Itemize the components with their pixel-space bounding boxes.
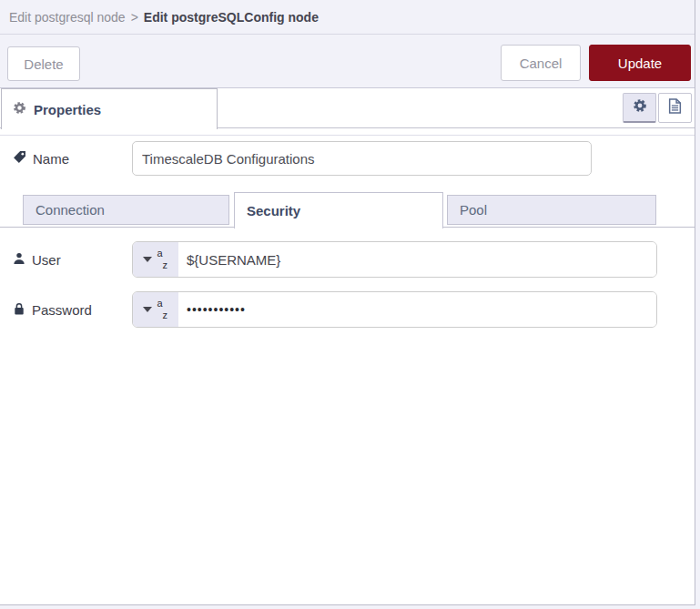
user-type-select-button[interactable]: a z <box>133 242 178 277</box>
cancel-button[interactable]: Cancel <box>501 45 581 81</box>
node-description-button[interactable] <box>658 93 692 123</box>
user-typed-input: a z <box>132 241 657 278</box>
chevron-down-icon <box>143 307 152 312</box>
tab-pool-label: Pool <box>460 202 487 218</box>
tab-properties[interactable]: Properties <box>1 88 218 129</box>
divider <box>0 135 695 136</box>
user-row: User a z <box>0 241 695 278</box>
document-icon <box>668 98 682 117</box>
tag-icon <box>13 150 26 167</box>
name-input[interactable] <box>132 141 592 176</box>
tab-security[interactable]: Security <box>234 192 443 228</box>
breadcrumb-separator: > <box>131 10 138 25</box>
gear-icon <box>633 98 647 117</box>
name-label: Name <box>13 141 69 176</box>
tab-properties-label: Properties <box>34 102 101 117</box>
gear-icon <box>13 101 26 118</box>
user-label-text: User <box>32 252 61 268</box>
password-row: Password a z <box>0 291 695 328</box>
breadcrumb-current: Edit postgreSQLConfig node <box>144 10 319 25</box>
password-typed-input: a z <box>132 291 657 328</box>
string-type-icon: a z <box>157 249 169 269</box>
name-row: Name <box>0 141 695 176</box>
node-settings-button[interactable] <box>623 93 656 123</box>
delete-button[interactable]: Delete <box>7 46 80 81</box>
edit-node-tray: Edit postgresql node > Edit postgreSQLCo… <box>0 0 695 605</box>
name-label-text: Name <box>33 151 69 167</box>
password-label: Password <box>13 291 92 328</box>
tab-pool[interactable]: Pool <box>447 195 656 225</box>
config-tabs: Connection Security Pool <box>0 192 695 228</box>
person-icon <box>13 252 25 268</box>
action-bar: Delete Cancel Update <box>0 35 695 88</box>
chevron-down-icon <box>143 257 152 262</box>
breadcrumb-parent-link[interactable]: Edit postgresql node <box>9 10 126 25</box>
tab-connection-label: Connection <box>36 202 105 218</box>
breadcrumb: Edit postgresql node > Edit postgreSQLCo… <box>0 0 695 35</box>
lock-icon <box>13 302 25 318</box>
user-input[interactable] <box>178 242 656 277</box>
properties-tab-bar: Properties <box>0 88 695 128</box>
tab-security-label: Security <box>247 203 300 218</box>
update-button[interactable]: Update <box>589 45 691 81</box>
password-input[interactable] <box>178 292 656 327</box>
password-label-text: Password <box>32 302 92 318</box>
string-type-icon: a z <box>157 299 169 320</box>
password-type-select-button[interactable]: a z <box>133 292 178 327</box>
user-label: User <box>13 241 61 278</box>
tab-connection[interactable]: Connection <box>23 195 229 225</box>
